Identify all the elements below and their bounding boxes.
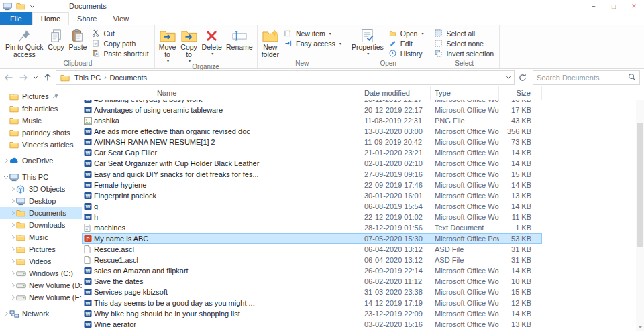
sidebar-item-onedrive[interactable]: OneDrive (0, 155, 82, 167)
ribbon-button-copy-to[interactable]: Copy to▾ (178, 25, 200, 63)
sidebar-item-desktop[interactable]: Desktop (0, 195, 82, 207)
scrollbar-thumb[interactable] (637, 123, 643, 247)
chevron-right-icon[interactable] (3, 311, 9, 316)
sidebar-item-music[interactable]: Music (0, 115, 82, 127)
sidebar-item-feb-articles[interactable]: feb articles (0, 103, 82, 115)
file-row-sales-on-amazon-and-flipkart[interactable]: Wsales on Amazon and flipkart26-09-2019 … (82, 265, 542, 276)
file-row-rescue1-ascl[interactable]: Rescue1.ascl06-04-2020 13:12ASD File31 K… (82, 255, 542, 265)
ribbon-button-select-none[interactable]: Select none (431, 38, 497, 48)
column-header-date-modified[interactable]: Date modified (360, 86, 431, 100)
qat-customize-icon[interactable] (29, 1, 36, 11)
chevron-down-icon[interactable] (3, 175, 9, 180)
chevron-right-icon[interactable] (9, 271, 16, 276)
chevron-right-icon[interactable] (9, 259, 16, 264)
file-row-car-seat-gap-filler[interactable]: WCar Seat Gap Filler21-01-2020 23:21Micr… (82, 147, 542, 158)
file-row-why-bike-bag-should-be-in-your-shopping-list[interactable]: WWhy bike bag should be in your shopping… (82, 308, 542, 319)
file-row-advantages-of-using-ceramic-tableware[interactable]: WAdvantages of using ceramic tableware20… (82, 105, 542, 115)
file-row-my-name-is-abc[interactable]: PMy name is ABC07-05-2020 15:30Microsoft… (82, 233, 542, 244)
ribbon-button-new-item[interactable]: New item▾ (281, 28, 345, 38)
file-row-save-the-dates[interactable]: WSave the dates06-02-2020 11:12Microsoft… (82, 276, 542, 287)
file-row-machines[interactable]: machines28-12-2019 01:56Text Document1 K… (82, 222, 542, 233)
sidebar-item-vineet-s-articles[interactable]: Vineet's articles (0, 139, 82, 151)
chevron-right-icon[interactable] (9, 283, 16, 288)
ribbon-button-move-to[interactable]: Move to▾ (157, 25, 178, 63)
maximize-button[interactable]: □ (604, 0, 624, 12)
ribbon-button-select-all[interactable]: Select all (431, 28, 497, 38)
ribbon-button-open[interactable]: Open▾ (386, 28, 427, 38)
chevron-right-icon[interactable] (9, 295, 16, 300)
ribbon-button-cut[interactable]: Cut (89, 28, 152, 38)
forward-button[interactable] (16, 70, 31, 85)
ribbon-button-delete[interactable]: Delete▾ (200, 25, 224, 63)
file-row-h[interactable]: Wh22-12-2019 01:02Microsoft Office Wor..… (82, 212, 542, 222)
address-dropdown-icon[interactable] (506, 75, 511, 80)
sidebar-item-parindey-shots[interactable]: parindey shots (0, 127, 82, 139)
ribbon-button-copy-path[interactable]: Copy path (89, 38, 152, 48)
sidebar-item-3d-objects[interactable]: 3D Objects (0, 183, 82, 195)
column-header-name[interactable]: Name (82, 86, 360, 100)
search-input[interactable] (537, 74, 628, 82)
file-row-avinash-rana-new-resume-1-2[interactable]: WAVINASH RANA NEW RESUME[1] 211-09-2019 … (82, 137, 542, 147)
sidebar-item-pictures[interactable]: Pictures (0, 243, 82, 255)
qat-folder-icon[interactable] (15, 1, 26, 11)
chevron-right-icon[interactable] (9, 198, 16, 204)
sidebar-item-new-volume-d[interactable]: New Volume (D:) (0, 279, 82, 291)
breadcrumb-documents[interactable]: Documents (106, 74, 150, 82)
chevron-right-icon[interactable] (9, 222, 16, 228)
ribbon-button-new-folder[interactable]: New folder (260, 25, 281, 60)
file-row-fingerprint-paclock[interactable]: WFingerprint paclock30-01-2020 16:01Micr… (82, 190, 542, 201)
sidebar-item-this-pc[interactable]: This PC (0, 171, 82, 183)
refresh-button[interactable] (515, 70, 530, 85)
ribbon-button-pin-to-quick-access[interactable]: Pin to Quick access (3, 25, 46, 60)
ribbon-button-copy[interactable]: Copy (46, 25, 67, 60)
chevron-right-icon[interactable] (3, 158, 9, 163)
explorer-app-icon[interactable] (2, 1, 13, 11)
sidebar-item-documents[interactable]: Documents (0, 207, 82, 219)
file-row-car-seat-organizer-with-cup-holder-black-leather[interactable]: WCar Seat Organizer with Cup Holder Blac… (82, 158, 542, 169)
sidebar-item-music[interactable]: Music (0, 231, 82, 243)
chevron-right-icon[interactable] (9, 247, 16, 252)
chevron-right-icon[interactable] (9, 235, 16, 240)
column-header-size[interactable]: Size (499, 86, 542, 100)
ribbon-button-edit[interactable]: Edit (386, 38, 427, 48)
close-button[interactable]: × (624, 0, 644, 12)
tab-file[interactable]: File (0, 12, 32, 25)
file-row-this-day-seems-to-be-a-good-day-as-you-might[interactable]: WThis day seems to be a good day as you … (82, 297, 542, 308)
tab-home[interactable]: Home (32, 12, 69, 25)
file-row-services-page-kbizsoft[interactable]: WServices page kbizsoft31-03-2020 23:38M… (82, 287, 542, 297)
up-button[interactable] (40, 70, 55, 85)
file-row-female-hygiene[interactable]: WFemale hygiene22-09-2019 17:46Microsoft… (82, 180, 542, 190)
sidebar-item-pictures[interactable]: Pictures (0, 90, 82, 103)
column-header-type[interactable]: Type (431, 86, 499, 100)
search-icon[interactable] (628, 72, 636, 84)
sidebar-item-downloads[interactable]: Downloads (0, 219, 82, 231)
minimize-button[interactable]: − (584, 0, 604, 12)
chevron-right-icon[interactable] (9, 186, 16, 192)
scroll-down-icon[interactable] (636, 323, 644, 331)
file-row-easy-and-quick-diy-snacks-for-diet-freaks-for-fes[interactable]: WEasy and quick DIY snacks for diet frea… (82, 169, 542, 180)
ribbon-button-rename[interactable]: Rename (224, 25, 255, 63)
ribbon-button-history[interactable]: History (386, 48, 427, 58)
file-row-g[interactable]: Wg06-08-2019 15:54Microsoft Office Wor..… (82, 201, 542, 212)
ribbon-button-properties[interactable]: Properties▾ (350, 25, 386, 60)
tab-view[interactable]: View (105, 12, 137, 25)
file-row-are-ads-more-effective-than-organic-revised-doc[interactable]: WAre ads more effective than organic rev… (82, 126, 542, 137)
sidebar-item-network[interactable]: Network (0, 308, 82, 320)
address-box[interactable]: This PC › Documents (56, 70, 515, 85)
file-row-wine-aerator[interactable]: WWine aerator03-02-2020 15:16Microsoft O… (82, 319, 542, 330)
back-button[interactable] (1, 70, 16, 85)
file-row-anshika[interactable]: anshika11-08-2019 22:31PNG File43 KB (82, 115, 542, 126)
tab-share[interactable]: Share (69, 12, 105, 25)
chevron-right-icon[interactable] (9, 210, 16, 216)
sidebar-item-new-volume-e[interactable]: New Volume (E:) (0, 291, 82, 304)
file-row-rescue-ascl[interactable]: Rescue.ascl06-04-2020 13:12ASD File31 KB (82, 244, 542, 255)
sidebar-item-windows-c[interactable]: Windows (C:) (0, 267, 82, 279)
recent-locations-dropdown-icon[interactable] (31, 70, 40, 85)
sidebar-item-videos[interactable]: Videos (0, 255, 82, 267)
ribbon-button-invert-selection[interactable]: Invert selection (431, 48, 497, 58)
ribbon-button-paste-shortcut[interactable]: Paste shortcut (89, 48, 152, 58)
breadcrumb-this-pc[interactable]: This PC (71, 74, 104, 82)
vertical-scrollbar[interactable] (636, 86, 644, 331)
ribbon-button-paste[interactable]: Paste (67, 25, 89, 60)
ribbon-button-easy-access[interactable]: Easy access▾ (281, 38, 345, 48)
